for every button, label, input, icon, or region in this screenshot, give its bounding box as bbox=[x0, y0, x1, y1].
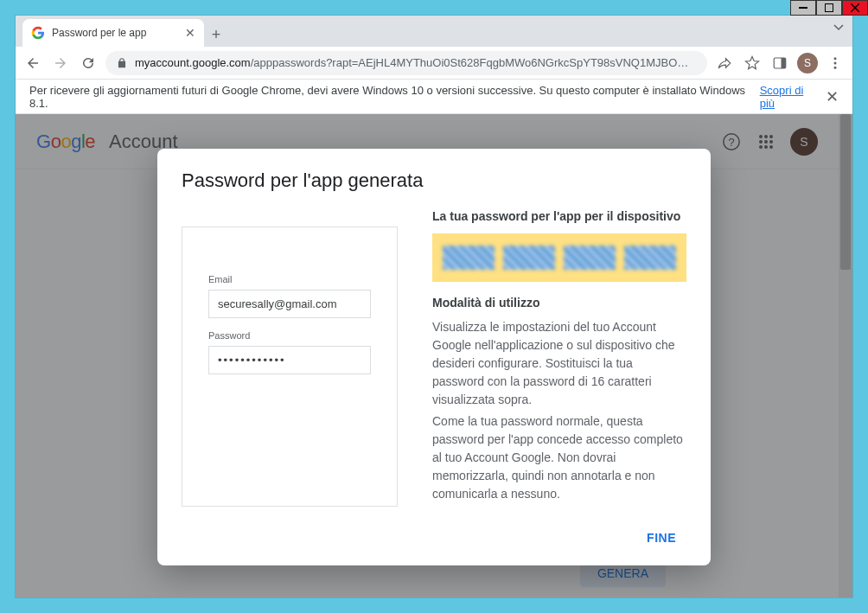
tab-title: Password per le app bbox=[52, 27, 146, 39]
app-password-dialog: Password per l'app generata Email secure… bbox=[157, 149, 711, 565]
infobar-close-icon[interactable]: ✕ bbox=[826, 87, 839, 106]
url-domain: myaccount.google.com bbox=[135, 56, 251, 69]
reload-button[interactable] bbox=[78, 53, 99, 73]
lock-icon bbox=[116, 57, 128, 69]
howto-paragraph-1: Visualizza le impostazioni del tuo Accou… bbox=[432, 318, 686, 409]
tab-close-icon[interactable]: ✕ bbox=[185, 26, 195, 40]
password-segment bbox=[624, 246, 676, 270]
svg-rect-1 bbox=[826, 4, 833, 12]
password-segment bbox=[503, 246, 555, 270]
howto-title: Modalità di utilizzo bbox=[432, 296, 686, 310]
forward-button[interactable] bbox=[50, 53, 71, 73]
email-value: securesally@gmail.com bbox=[208, 290, 371, 318]
svg-rect-0 bbox=[799, 7, 807, 9]
password-segment bbox=[443, 246, 495, 270]
done-button[interactable]: FINE bbox=[636, 524, 686, 552]
tab-strip: Password per le app ✕ + bbox=[16, 16, 852, 47]
url-path: /apppasswords?rapt=AEjHL4MYThuOi0St628Fq… bbox=[251, 56, 689, 69]
window-close-button[interactable] bbox=[842, 0, 868, 16]
tab-search-button[interactable] bbox=[833, 22, 844, 33]
password-segment bbox=[564, 246, 616, 270]
address-bar[interactable]: myaccount.google.com/apppasswords?rapt=A… bbox=[105, 51, 707, 75]
tab-active[interactable]: Password per le app ✕ bbox=[22, 19, 204, 47]
svg-point-7 bbox=[834, 61, 837, 64]
password-mask: •••••••••••• bbox=[208, 346, 371, 374]
svg-rect-5 bbox=[782, 58, 786, 68]
browser-toolbar: myaccount.google.com/apppasswords?rapt=A… bbox=[16, 47, 852, 80]
google-favicon-icon bbox=[31, 26, 45, 40]
profile-avatar[interactable]: S bbox=[797, 53, 818, 73]
bookmark-icon[interactable] bbox=[742, 53, 763, 73]
dialog-title: Password per l'app generata bbox=[182, 169, 686, 192]
menu-icon[interactable] bbox=[825, 53, 846, 73]
side-panel-icon[interactable] bbox=[769, 53, 790, 73]
maximize-button[interactable] bbox=[816, 0, 842, 16]
back-button[interactable] bbox=[22, 53, 43, 73]
howto-paragraph-2: Come la tua password normale, questa pas… bbox=[432, 412, 686, 503]
device-password-title: La tua password per l'app per il disposi… bbox=[432, 209, 686, 223]
email-label: Email bbox=[208, 274, 371, 284]
svg-point-8 bbox=[834, 66, 837, 68]
password-label: Password bbox=[208, 330, 371, 341]
minimize-button[interactable] bbox=[790, 0, 816, 16]
update-infobar: Per ricevere gli aggiornamenti futuri di… bbox=[16, 80, 852, 114]
infobar-link[interactable]: Scopri di più bbox=[760, 84, 820, 110]
infobar-text: Per ricevere gli aggiornamenti futuri di… bbox=[29, 84, 755, 110]
new-tab-button[interactable]: + bbox=[204, 22, 228, 47]
share-icon[interactable] bbox=[714, 53, 735, 73]
svg-point-6 bbox=[834, 57, 837, 60]
mock-login-card: Email securesally@gmail.com Password •••… bbox=[182, 227, 398, 507]
generated-password-box[interactable] bbox=[432, 233, 686, 282]
